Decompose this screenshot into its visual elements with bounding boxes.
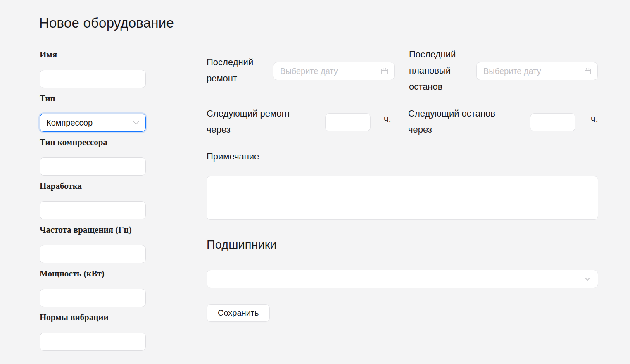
next-stop-label: Следующий останов через xyxy=(408,105,516,138)
last-repair-label: Последний ремонт xyxy=(207,54,277,86)
compressor-type-label: Тип компрессора xyxy=(40,137,146,148)
bearings-select[interactable] xyxy=(207,270,598,288)
note-label: Примечание xyxy=(207,148,259,164)
power-input[interactable] xyxy=(40,289,146,307)
last-planned-stop-datepicker[interactable] xyxy=(476,62,598,80)
new-equipment-page: Новое оборудование Имя Тип Компрессор Ти… xyxy=(0,0,630,364)
chevron-down-icon xyxy=(584,275,591,283)
calendar-icon xyxy=(584,67,592,75)
power-label: Мощность (кВт) xyxy=(40,269,146,279)
operating-hours-label: Наработка xyxy=(40,181,146,191)
vibration-norms-input[interactable] xyxy=(40,333,146,351)
name-label: Имя xyxy=(40,50,146,60)
rotation-frequency-input[interactable] xyxy=(40,245,146,263)
last-repair-datepicker[interactable] xyxy=(273,62,395,80)
compressor-type-input[interactable] xyxy=(40,157,146,176)
left-form-column: Имя Тип Компрессор Тип компрессора Нараб… xyxy=(40,50,146,356)
type-select[interactable]: Компрессор xyxy=(40,114,146,132)
next-repair-unit: ч. xyxy=(384,114,391,125)
note-textarea[interactable] xyxy=(207,176,598,220)
last-planned-stop-date-input[interactable] xyxy=(478,67,584,76)
calendar-icon xyxy=(380,67,388,75)
rotation-frequency-label: Частота вращения (Гц) xyxy=(40,225,146,235)
next-stop-unit: ч. xyxy=(591,114,598,125)
next-repair-label: Следующий ремонт через xyxy=(207,105,314,138)
page-title: Новое оборудование xyxy=(39,15,174,31)
chevron-down-icon xyxy=(133,119,140,126)
last-repair-date-input[interactable] xyxy=(274,67,380,76)
next-stop-hours-input[interactable] xyxy=(530,113,575,131)
name-input[interactable] xyxy=(40,70,146,88)
vibration-norms-label: Нормы вибрации xyxy=(40,312,146,323)
save-button[interactable]: Сохранить xyxy=(207,304,270,322)
last-planned-stop-label: Последний плановый останов xyxy=(409,46,475,95)
operating-hours-input[interactable] xyxy=(40,201,146,219)
type-select-value: Компрессор xyxy=(46,118,93,128)
next-repair-hours-input[interactable] xyxy=(325,113,371,131)
type-label: Тип xyxy=(40,93,146,104)
bearings-section-title: Подшипники xyxy=(207,238,277,252)
